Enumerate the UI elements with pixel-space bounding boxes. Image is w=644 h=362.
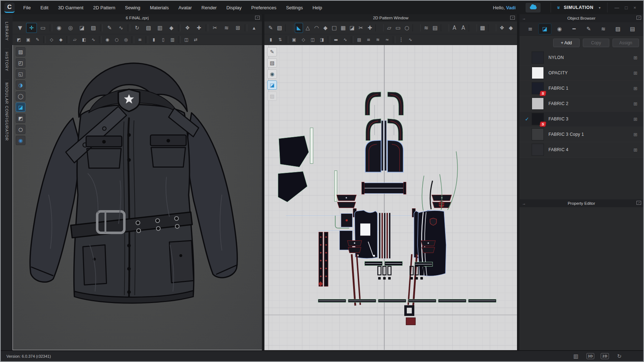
fabric-info-icon[interactable]: ⊞: [628, 147, 643, 153]
show-dark-fabric-toggle[interactable]: ◩: [16, 114, 25, 123]
menu-item[interactable]: Edit: [40, 5, 48, 10]
split-view-toggle[interactable]: ▥: [572, 353, 580, 359]
basting-tool[interactable]: ┆: [397, 35, 405, 44]
internal-ruler-tool[interactable]: ≋: [422, 23, 430, 33]
stitch-tool[interactable]: ✚: [194, 23, 204, 33]
assign-fabric-button[interactable]: Assign: [613, 39, 639, 47]
elastic-tool[interactable]: ∿: [341, 35, 350, 44]
collapse-arrow-icon[interactable]: →: [522, 16, 526, 20]
pattern-pair-tool[interactable]: ❖: [498, 23, 506, 33]
show-3d-pattern-toggle[interactable]: ▧: [275, 23, 284, 33]
fold-arrangement-tool[interactable]: ◪: [77, 23, 87, 33]
free-topstitch-tool[interactable]: ≈: [383, 35, 391, 44]
add-fabric-button[interactable]: + Add: [553, 39, 580, 47]
grid-window-tool[interactable]: ⊞: [233, 23, 243, 33]
undock-icon[interactable]: ↗: [510, 16, 515, 20]
fabric-info-icon[interactable]: ⊞: [628, 70, 643, 76]
texture-grid-tool[interactable]: ▩: [478, 23, 487, 33]
edit-curvature-tool[interactable]: ◠: [312, 23, 321, 33]
tab-fabric[interactable]: ◪: [538, 24, 551, 34]
show-crumple-toggle[interactable]: ◱: [16, 69, 25, 79]
menu-item[interactable]: 3D Garment: [58, 5, 83, 10]
viewport-2d[interactable]: ✎▧◉◪▨: [264, 45, 517, 350]
menu-item[interactable]: Sewing: [125, 5, 140, 10]
copy-fabric-button[interactable]: Copy: [583, 39, 609, 47]
buttonhole-tool[interactable]: ○: [112, 35, 121, 44]
edit-point-tool[interactable]: △: [304, 23, 312, 33]
object-browser-header[interactable]: → Object Browser ↗: [519, 14, 643, 22]
fabric-item[interactable]: ✓ S FABRIC 3 ⊞: [519, 111, 643, 127]
tack-on-avatar-tool[interactable]: ◆: [57, 35, 65, 44]
menu-item[interactable]: Avatar: [179, 5, 192, 10]
maximize-button[interactable]: □: [625, 5, 628, 10]
fabric-info-icon[interactable]: ⊞: [628, 86, 643, 91]
fabric-swatch[interactable]: S: [532, 67, 544, 79]
fabric-info-icon[interactable]: ⊞: [628, 116, 643, 122]
rotate-pattern-tool[interactable]: ↻: [132, 23, 142, 33]
tab-scene-list[interactable]: ≡: [524, 24, 537, 34]
viewport-3d[interactable]: ▨◰◱◑◯◪◩○◉: [13, 45, 262, 350]
select-move-tool[interactable]: ✛: [26, 23, 37, 33]
free-sewing-tool[interactable]: ⇅: [276, 35, 284, 44]
pin-box-tool[interactable]: ◎: [65, 23, 76, 33]
fabric-item[interactable]: ✓ S FABRIC 2 ⊞: [519, 96, 643, 111]
sync-view-toggle[interactable]: ↻: [615, 353, 623, 359]
tape-tool[interactable]: ▤: [431, 23, 439, 33]
stripe-a-tool[interactable]: ▮: [150, 35, 158, 44]
close-button[interactable]: ×: [633, 5, 636, 10]
cloud-sync-button[interactable]: [526, 3, 541, 13]
mn-sewing-tool[interactable]: ▣: [290, 35, 298, 44]
fabric-item[interactable]: ✓ S OPACITY ⊞: [519, 65, 643, 81]
fabric-info-icon[interactable]: ⊞: [628, 55, 643, 60]
trace-tool[interactable]: ◪: [348, 23, 356, 33]
scissors-tool[interactable]: ✂: [210, 23, 220, 33]
show-globe-toggle[interactable]: ◉: [16, 136, 25, 145]
collapse-arrow-icon[interactable]: →: [522, 201, 526, 205]
mode-selector[interactable]: » SIMULATION ▾: [551, 3, 607, 13]
puckering-tool[interactable]: ∿: [406, 35, 415, 44]
drag-fabric-tool[interactable]: ▨: [88, 23, 99, 33]
view-3d-toggle[interactable]: 3D: [586, 353, 595, 359]
select-box-tool[interactable]: ▭: [38, 23, 48, 33]
select-mesh-tool[interactable]: ▣: [24, 35, 33, 44]
fabric-swatch[interactable]: S: [532, 98, 544, 110]
gradation-tool[interactable]: ▥: [168, 35, 177, 44]
fabric-swatch[interactable]: S: [532, 144, 544, 156]
tab-tape[interactable]: ▤: [626, 24, 639, 34]
dock-tab[interactable]: HISTORY: [5, 49, 9, 74]
tab-puckering[interactable]: ▨: [611, 24, 624, 34]
dock-tab[interactable]: LIBRARY: [5, 19, 9, 44]
show-trims-2d-toggle[interactable]: ▨: [267, 91, 277, 101]
view-2d-toggle[interactable]: 2D: [601, 353, 609, 359]
measure-tool[interactable]: ≋: [221, 23, 232, 33]
show-mannequin-toggle[interactable]: ◯: [16, 91, 25, 101]
flatten-tool[interactable]: ◫: [182, 35, 191, 44]
add-point-tool[interactable]: ◆: [321, 23, 330, 33]
polygon-tool[interactable]: ▱: [385, 23, 393, 33]
detach-sewing-tool[interactable]: ◫: [308, 35, 317, 44]
show-fabric-toggle[interactable]: ◪: [16, 103, 25, 112]
text-style-tool[interactable]: A: [459, 23, 468, 33]
garment-3d-render[interactable]: [13, 45, 262, 350]
tab-zipper[interactable]: ━: [568, 24, 581, 34]
fold-sewing-tool[interactable]: ◨: [318, 35, 326, 44]
show-garment-toggle[interactable]: ▨: [16, 47, 25, 56]
undock-icon[interactable]: ↗: [636, 16, 641, 20]
text-tool[interactable]: A: [450, 23, 459, 33]
menu-item[interactable]: Display: [226, 5, 242, 10]
fabric-item[interactable]: ✓ S FABRIC 3 Copy 1 ⊞: [519, 127, 643, 142]
fabric-swatch[interactable]: S: [532, 113, 544, 125]
pattern-pieces[interactable]: [278, 92, 496, 325]
zipper-2d-tool[interactable]: ≡: [364, 35, 373, 44]
topstitch-tool[interactable]: ≋: [374, 35, 382, 44]
menu-item[interactable]: Settings: [286, 5, 303, 10]
fabric-swatch[interactable]: S: [532, 82, 544, 94]
minimize-button[interactable]: —: [615, 5, 619, 10]
menu-item[interactable]: Render: [201, 5, 217, 10]
steam-brush-tool[interactable]: ∿: [116, 23, 126, 33]
pin-tool[interactable]: ◉: [54, 23, 64, 33]
edit-pattern-tool[interactable]: ✎: [267, 23, 275, 33]
menu-item[interactable]: 2D Pattern: [93, 5, 115, 10]
tab-stitch[interactable]: ✎: [582, 24, 595, 34]
brush-tool[interactable]: ✎: [33, 35, 42, 44]
